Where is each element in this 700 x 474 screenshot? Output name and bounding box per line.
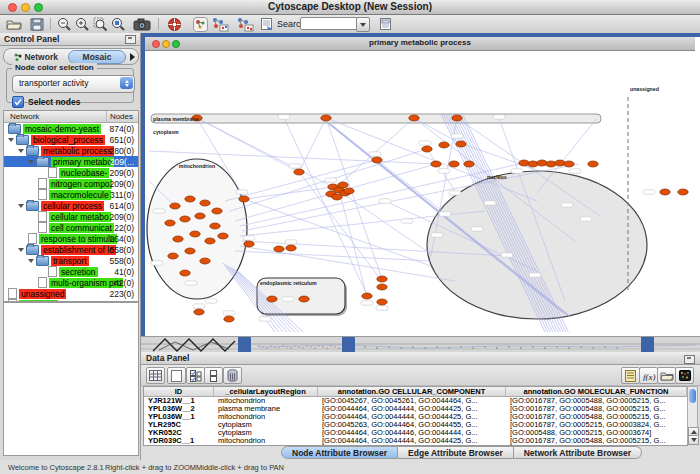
expand-arrow-icon[interactable]	[18, 248, 24, 252]
network-node[interactable]	[168, 253, 178, 259]
network-canvas[interactable]: plasma membranecytoplasmmitochondrionnuc…	[145, 51, 695, 332]
network-node[interactable]	[422, 146, 432, 152]
table-cell[interactable]: mitochondrion	[214, 437, 318, 445]
import-attributes-icon[interactable]	[657, 367, 676, 384]
zoom-selected-icon[interactable]	[108, 16, 128, 32]
function-builder-icon[interactable]: f(x)	[639, 367, 658, 384]
tab-node-attribute-browser[interactable]: Node Attribute Browser	[281, 446, 398, 459]
tree-item-mosaic-demo-yeast[interactable]: mosaic-demo-yeast874(0)	[4, 123, 138, 134]
network-node[interactable]	[439, 142, 449, 148]
network-node[interactable]	[205, 238, 215, 244]
network-node[interactable]	[218, 233, 228, 239]
expand-arrow-icon[interactable]	[28, 259, 34, 263]
expand-arrow-icon[interactable]	[18, 204, 24, 208]
tree-item-cell-communicat[interactable]: cell communicat22(0)	[4, 222, 138, 233]
network-node[interactable]	[173, 236, 183, 242]
network-node[interactable]	[321, 115, 331, 121]
network-node[interactable]	[332, 194, 342, 200]
network-node[interactable]	[338, 182, 348, 188]
color-attribute-dropdown[interactable]: transporter activity	[12, 75, 135, 93]
tree-item-nucleobase-[interactable]: nucleobase-209(0)	[4, 167, 138, 178]
network-node[interactable]	[372, 157, 382, 163]
table-cell[interactable]: YPL036W__1	[144, 413, 214, 421]
attribute-table-header[interactable]: ID _cellularLayoutRegion annotation.GO C…	[144, 387, 687, 397]
expand-arrow-icon[interactable]	[8, 138, 14, 142]
table-cell[interactable]: [GO:0044464, GO:0044444, GO:0044425, G..…	[318, 405, 506, 413]
expand-arrow-icon[interactable]	[28, 160, 34, 164]
network-node[interactable]	[409, 115, 419, 121]
network-node[interactable]	[274, 246, 284, 252]
table-cell[interactable]: YJR121W__1	[144, 397, 214, 405]
expand-arrow-icon[interactable]	[18, 149, 24, 153]
network-node[interactable]	[194, 309, 204, 315]
table-row[interactable]: YDR039C__1mitochondrion[GO:0044464, GO:0…	[144, 437, 687, 445]
network-node[interactable]	[185, 248, 195, 254]
zoom-out-icon[interactable]	[54, 16, 74, 32]
select-all-attributes-icon[interactable]	[186, 367, 205, 384]
table-cell[interactable]: [GO:0016787, GO:0005215, GO:0003824, G..…	[506, 421, 687, 429]
network-node[interactable]	[190, 231, 200, 237]
table-row[interactable]: YPL036W__1mitochondrion[GO:0044464, GO:0…	[144, 413, 687, 421]
table-cell[interactable]: [GO:0016787, GO:0005488, GO:0005215, G..…	[506, 437, 687, 445]
tab-mosaic[interactable]: Mosaic	[68, 50, 126, 64]
background-window-fragment[interactable]	[238, 337, 251, 353]
notepad-icon[interactable]	[621, 367, 640, 384]
tree-item-metabolic-process[interactable]: metabolic process280(0)	[4, 145, 138, 156]
network-node[interactable]	[165, 220, 175, 226]
table-row[interactable]: YKR052Ccytoplasm[GO:0044464, GO:0044446,…	[144, 429, 687, 437]
table-cell[interactable]: YPL036W__2	[144, 405, 214, 413]
tree-item-establishment-of-lo[interactable]: establishment of lo558(0)	[4, 244, 138, 255]
float-panel-icon[interactable]	[684, 355, 695, 364]
table-scrollbar[interactable]	[687, 386, 698, 444]
network-node[interactable]	[195, 213, 205, 219]
network-node[interactable]	[377, 284, 387, 290]
network-node[interactable]	[456, 141, 466, 147]
matrix-icon[interactable]	[675, 367, 694, 384]
network-node[interactable]	[170, 203, 180, 209]
duplicate-network-icon[interactable]	[235, 16, 255, 32]
table-cell[interactable]: [GO:0016787, GO:0005488, GO:0005215, G..…	[506, 397, 687, 405]
snapshot-camera-icon[interactable]	[132, 16, 152, 32]
annotation-icon[interactable]	[376, 16, 396, 32]
table-cell[interactable]: [GO:0016787, GO:0005488, GO:0005215, G..…	[506, 405, 687, 413]
vizmapper-icon[interactable]	[190, 16, 210, 32]
unselect-all-attributes-icon[interactable]	[204, 367, 223, 384]
scrollbar-thumb[interactable]	[689, 389, 696, 403]
network-node[interactable]	[449, 161, 459, 167]
column-molecular-function[interactable]: annotation.GO MOLECULAR_FUNCTION	[506, 387, 687, 396]
network-node[interactable]	[267, 296, 277, 302]
more-tabs-icon[interactable]	[130, 53, 135, 61]
table-cell[interactable]: YLR295C	[144, 421, 214, 429]
zoom-fit-icon[interactable]	[90, 16, 110, 32]
network-node[interactable]	[588, 161, 598, 167]
network-node[interactable]	[244, 241, 254, 247]
tree-item-secretion[interactable]: secretion41(0)	[4, 266, 138, 277]
table-cell[interactable]: YDR039C__1	[144, 437, 214, 445]
network-node[interactable]	[299, 296, 309, 302]
table-row[interactable]: YPL036W__2plasma membrane[GO:0044464, GO…	[144, 405, 687, 413]
table-cell[interactable]: [GO:0016787, GO:0005488, GO:0005215, G..…	[506, 413, 687, 421]
select-attributes-icon[interactable]	[146, 367, 165, 384]
network-node[interactable]	[678, 189, 688, 195]
tree-item-nitrogen-compo[interactable]: nitrogen compo209(0)	[4, 178, 138, 189]
table-cell[interactable]: [GO:0044464, GO:0044444, GO:0044425, G..…	[318, 437, 506, 445]
search-dropdown-button[interactable]	[356, 17, 370, 32]
tree-item-cellular-metabo[interactable]: cellular metabo209(0)	[4, 211, 138, 222]
table-cell[interactable]: [GO:0044464, GO:0044444, GO:0044425, G..…	[318, 413, 506, 421]
table-cell[interactable]: [GO:0045263, GO:0044464, GO:0044455, G..…	[318, 421, 506, 429]
zoom-in-icon[interactable]	[72, 16, 92, 32]
network-node[interactable]	[200, 200, 210, 206]
column-id[interactable]: ID	[144, 387, 214, 396]
network-node[interactable]	[180, 216, 190, 222]
tree-item-biological-process[interactable]: biological_process651(0)	[4, 134, 138, 145]
network-node[interactable]	[464, 161, 474, 167]
network-node[interactable]	[185, 196, 195, 202]
tree-item-primary-metabo[interactable]: primary metabo209(...	[4, 156, 138, 167]
float-panel-icon[interactable]	[125, 35, 136, 44]
network-node[interactable]	[200, 258, 210, 264]
background-window-fragment[interactable]	[342, 337, 355, 353]
column-cellular-component[interactable]: annotation.GO CELLULAR_COMPONENT	[318, 387, 506, 396]
create-attribute-icon[interactable]	[167, 367, 186, 384]
table-cell[interactable]: mitochondrion	[214, 397, 318, 405]
table-cell[interactable]: plasma membrane	[214, 405, 318, 413]
